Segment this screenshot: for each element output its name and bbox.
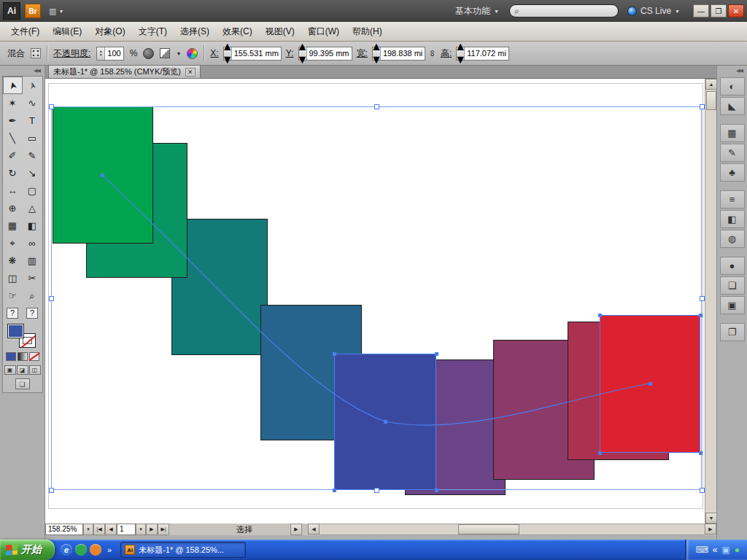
reference-point-icon[interactable] xyxy=(31,48,41,58)
cs-live-button[interactable]: CS Live ▼ xyxy=(623,6,684,16)
anchor-point[interactable] xyxy=(435,352,438,356)
spine-anchor-point[interactable] xyxy=(649,382,652,386)
menu-window[interactable]: 窗口(W) xyxy=(301,22,346,42)
menu-help[interactable]: 帮助(H) xyxy=(346,22,389,42)
stepper-icon[interactable]: ▲ ▼ xyxy=(97,47,105,60)
mesh-tool[interactable]: ▦ xyxy=(3,217,23,234)
spine-anchor-point[interactable] xyxy=(101,174,104,177)
panel-appearance-icon[interactable]: ● xyxy=(720,257,745,275)
h-label[interactable]: 高: xyxy=(441,47,452,60)
draw-inside-icon[interactable]: ◫ xyxy=(29,365,41,375)
y-field[interactable]: ▲▼99.395 mm xyxy=(298,47,352,61)
panel-color-icon[interactable]: ◐ xyxy=(720,77,745,96)
chevron-down-icon[interactable]: ▼ xyxy=(176,51,181,56)
slice-tool[interactable]: ✂ xyxy=(23,269,42,287)
stepper-icon[interactable]: ▲▼ xyxy=(457,47,465,60)
gradient-tool[interactable]: ◧ xyxy=(23,217,42,234)
menu-edit[interactable]: 编辑(E) xyxy=(46,22,88,42)
artboard-tool[interactable]: ◫ xyxy=(3,269,23,287)
pencil-tool[interactable]: ✎ xyxy=(23,147,42,164)
draw-normal-icon[interactable]: ▣ xyxy=(4,365,16,375)
draw-behind-icon[interactable]: ◪ xyxy=(17,365,28,375)
workspace-switcher[interactable]: 基本功能 ▼ xyxy=(449,3,505,20)
opacity-label[interactable]: 不透明度: xyxy=(53,47,90,60)
h-field[interactable]: ▲▼117.072 mi xyxy=(456,47,509,61)
page-number-control[interactable]: 1 ▼ xyxy=(117,524,146,535)
unknown-tool-a[interactable]: ? xyxy=(3,304,23,322)
scroll-left-icon[interactable]: ◀ xyxy=(308,524,320,534)
anchor-point[interactable] xyxy=(598,314,602,317)
selection-handle[interactable] xyxy=(700,488,705,493)
width-tool[interactable]: ↔ xyxy=(3,182,23,199)
next-page-button[interactable]: ▶ xyxy=(146,524,158,535)
panel-gradient-icon[interactable]: ◧ xyxy=(720,210,745,228)
anchor-point[interactable] xyxy=(333,489,336,492)
screen-mode-button[interactable]: ❏ xyxy=(15,378,30,389)
direct-selection-tool[interactable]: ➢ xyxy=(23,77,42,94)
panel-transparency-icon[interactable]: ◍ xyxy=(720,230,745,248)
stepper-icon[interactable]: ▲▼ xyxy=(299,47,307,60)
illustrator-app-icon[interactable]: Ai xyxy=(3,2,20,20)
selection-handle[interactable] xyxy=(374,104,379,109)
rectangle-tool[interactable]: ▭ xyxy=(23,129,42,147)
selection-handle[interactable] xyxy=(700,104,705,109)
tools-collapse-button[interactable]: ◀◀ xyxy=(0,66,44,76)
input-method-icon[interactable]: ⌨ xyxy=(695,545,708,554)
taskbar-document-button[interactable]: Ai 未标题-1* @ 158.25%... xyxy=(120,542,246,558)
w-label[interactable]: 宽: xyxy=(357,47,368,60)
unknown-tool-b[interactable]: ? xyxy=(23,304,42,322)
appearance-chip-icon[interactable] xyxy=(160,48,170,58)
selection-handle[interactable] xyxy=(374,488,379,493)
anchor-point[interactable] xyxy=(699,451,703,455)
pen-tool[interactable]: ✒ xyxy=(3,112,23,129)
quick-launch-overflow-icon[interactable]: » xyxy=(104,545,115,554)
panel-symbols-icon[interactable]: ♣ xyxy=(720,163,745,182)
style-icon[interactable] xyxy=(143,48,154,59)
y-label[interactable]: Y: xyxy=(286,48,294,58)
bridge-icon[interactable]: Br xyxy=(25,4,41,18)
canvas[interactable] xyxy=(45,79,705,524)
lasso-tool[interactable]: ∿ xyxy=(23,94,42,112)
document-tab[interactable]: 未标题-1* @ 158.25% (CMYK/预览) ✕ xyxy=(48,65,201,78)
color-button[interactable] xyxy=(6,352,16,361)
vertical-scrollbar[interactable]: ▲ ▼ xyxy=(705,79,716,524)
opacity-field[interactable]: ▲ ▼ 100 xyxy=(96,47,123,61)
selection-handle[interactable] xyxy=(49,488,54,493)
panel-swatches-icon[interactable]: ▦ xyxy=(720,124,745,142)
tab-close-icon[interactable]: ✕ xyxy=(185,68,196,77)
dock-collapse-button[interactable]: ◀◀ xyxy=(717,66,747,76)
scroll-down-icon[interactable]: ▼ xyxy=(705,513,717,524)
panel-stroke-icon[interactable]: ≡ xyxy=(720,190,745,209)
stepper-icon[interactable]: ▲▼ xyxy=(373,47,381,60)
zoom-tool[interactable]: ⌕ xyxy=(23,287,42,304)
shape-builder-tool[interactable]: ⊕ xyxy=(3,199,23,217)
selection-handle[interactable] xyxy=(49,104,54,109)
fill-stroke-control[interactable] xyxy=(3,322,42,352)
stepper-icon[interactable]: ▲▼ xyxy=(224,47,232,60)
horizontal-scrollbar[interactable]: ◀ ▶ xyxy=(308,524,716,535)
panel-layers-icon[interactable]: ❏ xyxy=(720,276,745,295)
menu-file[interactable]: 文件(F) xyxy=(4,22,46,42)
anchor-point[interactable] xyxy=(435,489,438,492)
column-graph-tool[interactable]: ▥ xyxy=(23,252,42,269)
paintbrush-tool[interactable]: ✐ xyxy=(3,147,23,164)
type-tool[interactable]: T xyxy=(23,112,42,129)
menu-select[interactable]: 选择(S) xyxy=(174,22,216,42)
magic-wand-tool[interactable]: ✶ xyxy=(3,94,23,112)
search-box[interactable]: ⌕ xyxy=(509,4,619,18)
fill-color-swatch[interactable] xyxy=(7,324,24,338)
panel-artboards-icon[interactable]: ▣ xyxy=(720,296,745,314)
eyedropper-tool[interactable]: ⌖ xyxy=(3,234,23,252)
spine-anchor-point[interactable] xyxy=(384,420,387,424)
scale-tool[interactable]: ↘ xyxy=(23,164,42,182)
horizontal-scroll-track[interactable] xyxy=(320,524,705,535)
close-button[interactable]: ✕ xyxy=(728,4,744,18)
w-field[interactable]: ▲▼198.838 mi xyxy=(372,47,425,61)
collapse-tray-icon[interactable]: « xyxy=(713,545,718,554)
panel-navigator-icon[interactable]: ❐ xyxy=(720,323,745,341)
selection-handle[interactable] xyxy=(49,296,54,301)
gradient-button[interactable] xyxy=(18,352,28,361)
selection-tool[interactable]: ➤ xyxy=(3,77,23,94)
menu-object[interactable]: 对象(O) xyxy=(88,22,131,42)
vertical-scroll-thumb[interactable] xyxy=(706,91,716,110)
